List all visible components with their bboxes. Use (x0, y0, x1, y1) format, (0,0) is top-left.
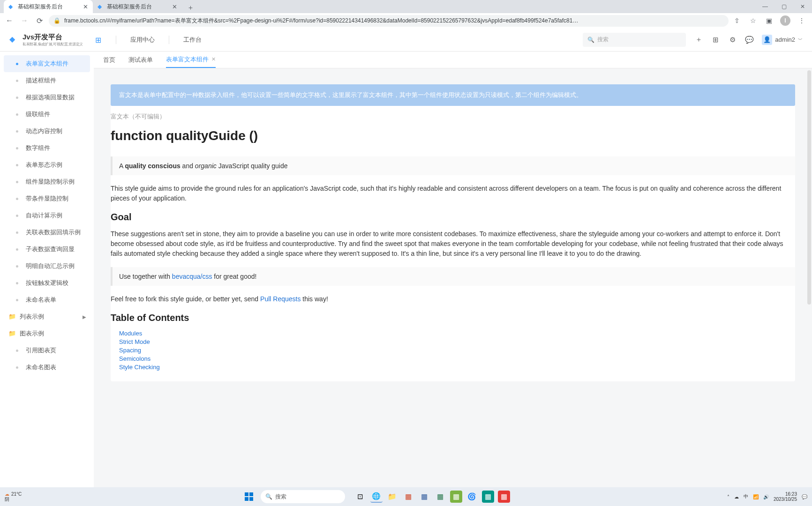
add-button[interactable]: ＋ (694, 36, 703, 44)
extension-icon[interactable]: ▣ (764, 16, 774, 25)
tab-title: 基础框架服务后台 (18, 3, 63, 11)
tab-close-icon[interactable]: ✕ (83, 3, 88, 10)
chat-icon[interactable]: 💬 (745, 36, 753, 44)
window-close[interactable]: ✕ (793, 0, 812, 13)
inner-tab-home[interactable]: 首页 (103, 52, 115, 68)
sidebar-item[interactable]: 数字组件 (4, 140, 90, 156)
toc-link[interactable]: Modules (119, 330, 142, 337)
user-menu[interactable]: 👤 admin2 ﹀ (762, 35, 803, 45)
folder-icon: 📁 (8, 330, 16, 337)
sidebar-item-unnamed-chart[interactable]: 未命名图表 (4, 359, 90, 376)
taskbar-chrome[interactable]: 🌐 (370, 491, 383, 503)
url-field[interactable]: 🔒 frame.bctools.cn/#/myiframe/urlPath?na… (49, 15, 729, 27)
weather-widget[interactable]: ☁21°C 阴 (5, 491, 22, 502)
sidebar-item[interactable]: 关联表数据回填示例 (4, 224, 90, 241)
sidebar-item-label: 关联表数据回填示例 (26, 228, 81, 237)
link-pull-requests[interactable]: Pull Requests (260, 295, 301, 303)
scrollbar-thumb[interactable] (807, 70, 811, 305)
tray-language-icon[interactable]: 中 (744, 493, 748, 500)
sidebar-item[interactable]: 表单富文本组件 (4, 55, 90, 72)
menu-icon[interactable]: ⋮ (797, 16, 806, 25)
window-minimize[interactable]: — (756, 0, 774, 13)
toc-item: Strict Mode (119, 338, 795, 345)
header-search[interactable]: 🔍 搜索 (583, 33, 686, 47)
nav-app-center[interactable]: 应用中心 (125, 36, 160, 44)
start-button[interactable] (244, 491, 254, 502)
taskbar-powerpoint[interactable]: ▦ (402, 491, 414, 503)
tab-close-icon[interactable]: ✕ (172, 3, 177, 10)
taskbar-app-teal[interactable]: ▦ (482, 491, 494, 503)
bullet-icon (16, 147, 18, 149)
tray-onedrive-icon[interactable]: ☁ (734, 494, 739, 499)
taskbar-app-green[interactable]: ▦ (450, 491, 462, 503)
apps-grid-icon[interactable]: ⊞ (95, 36, 104, 44)
sidebar-item[interactable]: 按钮触发逻辑校 (4, 275, 90, 291)
sidebar-item-label: 级联组件 (26, 110, 50, 119)
tab-close-icon[interactable]: ✕ (211, 56, 216, 62)
bullet-icon (16, 215, 18, 217)
sidebar-item[interactable]: 未命名表单 (4, 291, 90, 308)
sidebar-group-chart-examples[interactable]: 📁 图表示例 (4, 325, 90, 342)
tray-notifications-icon[interactable]: 💬 (802, 494, 807, 499)
info-banner: 富文本是表单中配置中的一种数据录入组件，他可以设置一些简单的文字格式，这里展示了… (111, 84, 795, 106)
sidebar-item[interactable]: 描述框组件 (4, 72, 90, 89)
sidebar-item[interactable]: 带条件显隐控制 (4, 190, 90, 207)
forward-button[interactable]: → (19, 15, 30, 26)
tray-volume-icon[interactable]: 🔊 (763, 494, 769, 499)
inner-tab-bar: 首页 测试表单 表单富文本组件 ✕ (94, 52, 812, 68)
taskbar-clock[interactable]: 16:23 2023/10/25 (774, 491, 797, 502)
back-button[interactable]: ← (4, 15, 15, 26)
taskbar-word[interactable]: ▦ (418, 491, 430, 503)
share-icon[interactable]: ⇧ (732, 16, 742, 25)
taskbar-excel[interactable]: ▦ (434, 491, 446, 503)
logo[interactable]: ◆ Jvs开发平台 私有部署,集成扩展,可视配置,资源定义 (9, 33, 83, 47)
folder-icon: 📁 (8, 313, 16, 320)
bullet-icon (16, 97, 18, 99)
inner-tab-test-form[interactable]: 测试表单 (128, 52, 153, 68)
sidebar-item[interactable]: 根据选项回显数据 (4, 89, 90, 106)
profile-avatar[interactable]: I (780, 15, 790, 26)
browser-tab-1[interactable]: ◆ 基础框架服务后台 ✕ (93, 0, 182, 13)
browser-tab-0[interactable]: ◆ 基础框架服务后台 ✕ (4, 0, 93, 13)
toc-link[interactable]: Spacing (119, 347, 141, 354)
toc-link[interactable]: Semicolons (119, 355, 150, 362)
taskbar-search[interactable]: 🔍搜索 (261, 490, 345, 503)
tray-wifi-icon[interactable]: 📶 (753, 494, 759, 499)
sidebar-group-list-examples[interactable]: 📁 列表示例 ▶ (4, 308, 90, 325)
sidebar-item[interactable]: 自动计算示例 (4, 207, 90, 224)
sidebar-item[interactable]: 级联组件 (4, 106, 90, 123)
new-tab-button[interactable]: ＋ (185, 2, 196, 13)
chevron-down-icon: ﹀ (798, 37, 803, 43)
sidebar-item[interactable]: 子表数据查询回显 (4, 241, 90, 258)
taskbar-explorer[interactable]: 📁 (386, 491, 398, 503)
svg-rect-3 (249, 497, 253, 501)
sidebar-item[interactable]: 明细自动汇总示例 (4, 258, 90, 275)
grid-apps-icon[interactable]: ⊞ (711, 36, 720, 44)
link-bevacqua-css[interactable]: bevacqua/css (172, 273, 212, 280)
sidebar-item-label: 表单形态示例 (26, 161, 62, 169)
sidebar-item[interactable]: 表单形态示例 (4, 156, 90, 173)
toc-link[interactable]: Strict Mode (119, 338, 150, 345)
tray-chevron-icon[interactable]: ˄ (727, 494, 729, 499)
taskbar-app-red[interactable]: ▦ (498, 491, 510, 503)
reload-button[interactable]: ⟳ (34, 15, 45, 26)
bookmark-icon[interactable]: ☆ (748, 16, 758, 25)
sidebar-item-chart-ref[interactable]: 引用图表页 (4, 342, 90, 359)
toc-link[interactable]: Style Checking (119, 364, 160, 371)
taskbar-taskview[interactable]: ⊡ (354, 491, 367, 503)
sidebar-item[interactable]: 组件显隐控制示例 (4, 173, 90, 190)
rich-heading-1: function qualityGuide () (111, 128, 795, 143)
logo-text: Jvs开发平台 (23, 33, 83, 42)
sidebar-item[interactable]: 动态内容控制 (4, 123, 90, 140)
logo-icon: ◆ (9, 35, 20, 45)
window-maximize[interactable]: ▢ (774, 0, 793, 13)
inner-tab-richtext[interactable]: 表单富文本组件 ✕ (166, 52, 216, 68)
heading-toc: Table of Contents (111, 313, 795, 323)
nav-workbench[interactable]: 工作台 (178, 36, 207, 44)
taskbar-edge[interactable]: 🌀 (466, 491, 478, 503)
content-scroll[interactable]: 富文本是表单中配置中的一种数据录入组件，他可以设置一些简单的文字格式，这里展示了… (94, 68, 812, 487)
sidebar-item-label: 明细自动汇总示例 (26, 262, 75, 270)
bullet-icon (16, 350, 18, 352)
settings-icon[interactable]: ⚙ (728, 36, 737, 44)
toc-item: Style Checking (119, 364, 795, 371)
